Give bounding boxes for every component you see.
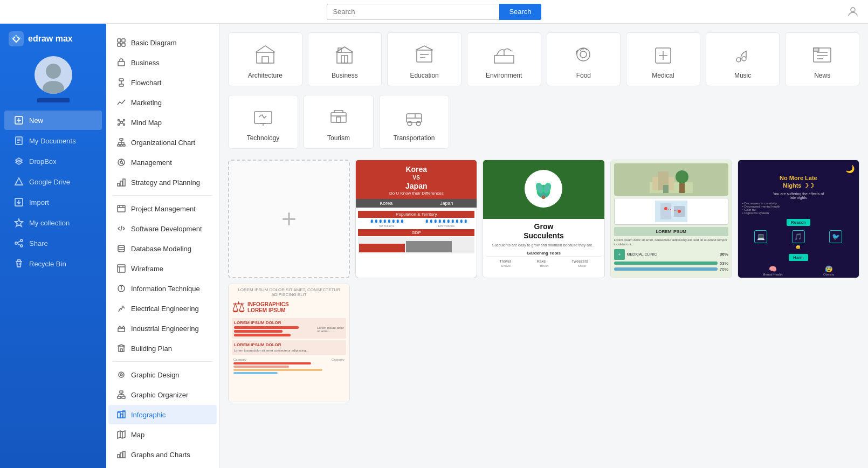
food-icon — [570, 42, 596, 67]
sidebar-item-google-drive[interactable]: Google Drive — [4, 172, 102, 191]
svg-rect-53 — [118, 183, 120, 186]
category-news-label: News — [814, 72, 830, 79]
sidebar-item-documents-label: My Documents — [29, 137, 76, 145]
mid-nav-management[interactable]: Management — [108, 153, 217, 172]
mid-nav-strategy[interactable]: Strategy and Planning — [108, 173, 217, 192]
mid-nav-flowchart[interactable]: Flowchart — [108, 73, 217, 92]
svg-rect-26 — [122, 43, 125, 46]
mid-nav-graphic-design[interactable]: Graphic Design — [108, 365, 217, 384]
category-business-label: Business — [332, 72, 358, 79]
mid-nav-infographic-label: Infographic — [131, 411, 166, 419]
edu-icon — [411, 42, 437, 67]
svg-rect-42 — [120, 144, 122, 146]
sidebar-item-recycle-bin[interactable]: Recycle Bin — [4, 254, 102, 273]
new-template-card[interactable]: + — [228, 160, 350, 278]
svg-rect-70 — [120, 349, 122, 352]
mid-nav-project-mgmt[interactable]: Project Management — [108, 199, 217, 218]
brand-name: edraw max — [28, 34, 73, 44]
svg-marker-11 — [15, 178, 23, 185]
env-icon — [491, 42, 517, 67]
svg-rect-90 — [257, 52, 274, 63]
sidebar-item-collection-label: My collection — [29, 219, 70, 227]
nav-divider-1 — [113, 195, 212, 196]
svg-point-101 — [577, 48, 590, 61]
share-icon — [14, 238, 24, 248]
mid-nav-map[interactable]: Map — [108, 425, 217, 444]
mid-nav-software-label: Software Development — [131, 225, 202, 233]
mid-nav-software-dev[interactable]: Software Development — [108, 219, 217, 238]
svg-rect-29 — [119, 84, 123, 86]
user-icon[interactable] — [846, 5, 859, 18]
svg-rect-112 — [814, 48, 819, 51]
svg-rect-116 — [331, 113, 346, 122]
sidebar-item-my-documents[interactable]: My Documents — [4, 131, 102, 150]
template-grid-row2: LOREM IPSUM DOLOR SIT AMET, CONSECTETUR … — [228, 284, 859, 402]
category-environment[interactable]: Environment — [467, 32, 541, 86]
arch-icon — [252, 42, 278, 67]
category-business[interactable]: Business — [308, 32, 382, 86]
tourism-icon — [326, 104, 352, 130]
mid-nav-building-label: Building Plan — [131, 345, 172, 353]
category-tourism[interactable]: Tourism — [304, 95, 374, 149]
mid-nav-graphic-organizer-label: Graphic Organizer — [131, 391, 188, 399]
category-transportation[interactable]: Transportation — [379, 95, 449, 149]
mid-nav-marketing[interactable]: Marketing — [108, 93, 217, 112]
category-architecture[interactable]: Architecture — [228, 32, 302, 86]
mid-nav-info-tech[interactable]: Information Technique — [108, 279, 217, 298]
mid-nav-map-label: Map — [131, 431, 144, 439]
category-row-2: Technology Tourism Transportation — [228, 95, 859, 149]
svg-rect-73 — [120, 391, 123, 393]
sidebar-item-recycle-label: Recycle Bin — [29, 260, 66, 268]
sidebar-item-share[interactable]: Share — [4, 233, 102, 253]
svg-rect-99 — [494, 56, 514, 63]
mid-nav-graphic-organizer[interactable]: Graphic Organizer — [108, 385, 217, 404]
mid-nav-infographic[interactable]: Infographic — [108, 405, 217, 424]
mid-nav-graphs-charts[interactable]: Graphs and Charts — [108, 445, 217, 464]
mid-nav-wireframe[interactable]: Wireframe — [108, 259, 217, 278]
avatar-bar — [37, 98, 70, 102]
mid-nav-mind-map[interactable]: Mind Map — [108, 113, 217, 132]
korea-japan-card[interactable]: Korea VS Japan Do U Know their Differenc… — [355, 160, 477, 278]
category-food[interactable]: Food — [547, 32, 621, 86]
travel-card[interactable]: LOREM IPSUM Lorem ipsum dolor sit amet, … — [610, 160, 732, 278]
category-tourism-label: Tourism — [327, 134, 350, 142]
svg-line-18 — [17, 241, 20, 243]
svg-line-39 — [122, 123, 123, 124]
travel-scene-icon — [650, 166, 693, 193]
drive-icon — [14, 177, 24, 187]
search-button[interactable]: Search — [499, 4, 541, 20]
late-nights-card[interactable]: 🌙 No More LateNights ☽☽ You are sufferin… — [738, 160, 859, 278]
category-technology[interactable]: Technology — [228, 95, 298, 149]
mid-nav-business[interactable]: Business — [108, 53, 217, 72]
sidebar-item-import[interactable]: Import — [4, 192, 102, 212]
category-education[interactable]: Education — [387, 32, 461, 86]
mid-nav-org-chart[interactable]: Organizational Chart — [108, 133, 217, 152]
svg-rect-91 — [262, 57, 268, 63]
category-music[interactable]: Music — [706, 32, 780, 86]
category-news[interactable]: News — [785, 32, 859, 86]
mid-nav-building[interactable]: Building Plan — [108, 339, 217, 358]
svg-line-19 — [17, 244, 20, 245]
sidebar-item-new[interactable]: New — [4, 111, 102, 130]
mid-nav-strategy-label: Strategy and Planning — [131, 178, 200, 187]
brand-logo — [9, 31, 24, 46]
svg-point-131 — [676, 170, 688, 183]
graphic-organizer-icon — [117, 390, 126, 399]
infographic-lorem-card[interactable]: LOREM IPSUM DOLOR SIT AMET, CONSECTETUR … — [228, 284, 350, 402]
sidebar-item-share-label: Share — [29, 239, 48, 247]
category-medical[interactable]: Medical — [626, 32, 700, 86]
mid-nav-basic-diagram[interactable]: Basic Diagram — [108, 33, 217, 52]
mid-nav-electrical[interactable]: Electrical Engineering — [108, 299, 217, 318]
svg-rect-56 — [118, 205, 125, 212]
succulents-card[interactable]: GrowSucculents Succulents are easy to gr… — [483, 160, 604, 278]
search-wrap: Search — [327, 4, 541, 20]
sidebar-item-dropbox[interactable]: DropBox — [4, 152, 102, 171]
svg-line-60 — [121, 226, 122, 231]
mid-nav-industrial[interactable]: Industrial Engineering — [108, 319, 217, 338]
mid-nav-database[interactable]: Database Modeling — [108, 239, 217, 258]
mid-nav-industrial-label: Industrial Engineering — [131, 325, 199, 333]
search-input[interactable] — [327, 4, 499, 20]
music-icon — [730, 42, 756, 67]
sidebar-item-my-collection[interactable]: My collection — [4, 213, 102, 232]
collection-icon — [14, 218, 24, 228]
